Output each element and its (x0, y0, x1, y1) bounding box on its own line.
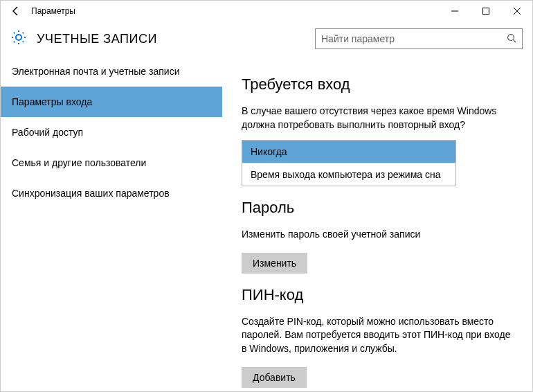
option-label: Никогда (251, 146, 287, 157)
search-icon (507, 33, 516, 45)
sidebar-item-work-access[interactable]: Рабочий доступ (1, 117, 222, 148)
header-row: УЧЕТНЫЕ ЗАПИСИ Найти параметр (1, 21, 532, 56)
password-desc: Изменить пароль своей учетной записи (242, 228, 513, 242)
search-input[interactable]: Найти параметр (315, 28, 523, 49)
titlebar: Параметры (1, 1, 532, 21)
window-title: Параметры (31, 6, 75, 16)
change-password-button[interactable]: Изменить (242, 253, 307, 274)
option-label: Время выхода компьютера из режима сна (251, 169, 440, 180)
sidebar-item-label: Семья и другие пользователи (12, 157, 146, 168)
back-arrow-icon (10, 6, 21, 17)
window-controls (439, 1, 532, 21)
sidebar-item-signin-options[interactable]: Параметры входа (1, 87, 222, 117)
minimize-icon (451, 8, 458, 15)
sidebar-item-sync[interactable]: Синхронизация ваших параметров (1, 178, 222, 208)
main-panel: Требуется вход В случае вашего отсутстви… (222, 56, 532, 391)
dropdown-option-sleep[interactable]: Время выхода компьютера из режима сна (242, 163, 455, 186)
add-pin-button[interactable]: Добавить (242, 367, 307, 388)
sidebar-item-email-accounts[interactable]: Электронная почта и учетные записи (1, 56, 222, 87)
sidebar-item-label: Рабочий доступ (12, 127, 83, 138)
sidebar-item-family[interactable]: Семья и другие пользователи (1, 148, 222, 178)
svg-point-4 (508, 34, 514, 40)
sidebar-item-label: Параметры входа (12, 96, 92, 107)
content: Электронная почта и учетные записи Парам… (1, 56, 532, 391)
sidebar-item-label: Электронная почта и учетные записи (12, 66, 179, 77)
sidebar-item-label: Синхронизация ваших параметров (12, 188, 170, 199)
close-button[interactable] (501, 1, 532, 21)
header-left: УЧЕТНЫЕ ЗАПИСИ (10, 29, 157, 48)
svg-rect-1 (482, 8, 489, 15)
pin-title: ПИН-код (242, 286, 513, 304)
gear-icon (10, 29, 27, 48)
minimize-button[interactable] (439, 1, 470, 21)
sidebar: Электронная почта и учетные записи Парам… (1, 56, 222, 391)
maximize-button[interactable] (470, 1, 501, 21)
password-title: Пароль (242, 199, 513, 217)
search-placeholder: Найти параметр (321, 33, 395, 44)
signin-required-desc: В случае вашего отсутствия через какое в… (242, 105, 513, 132)
svg-line-5 (514, 39, 516, 42)
pin-desc: Создайте PIN-код, который можно использо… (242, 315, 513, 356)
maximize-icon (482, 8, 489, 15)
page-title: УЧЕТНЫЕ ЗАПИСИ (37, 32, 157, 46)
close-icon (514, 8, 521, 15)
signin-required-dropdown[interactable]: Никогда Время выхода компьютера из режим… (242, 140, 456, 186)
signin-required-title: Требуется вход (242, 75, 513, 93)
back-button[interactable] (6, 1, 26, 21)
dropdown-option-never[interactable]: Никогда (242, 141, 455, 163)
